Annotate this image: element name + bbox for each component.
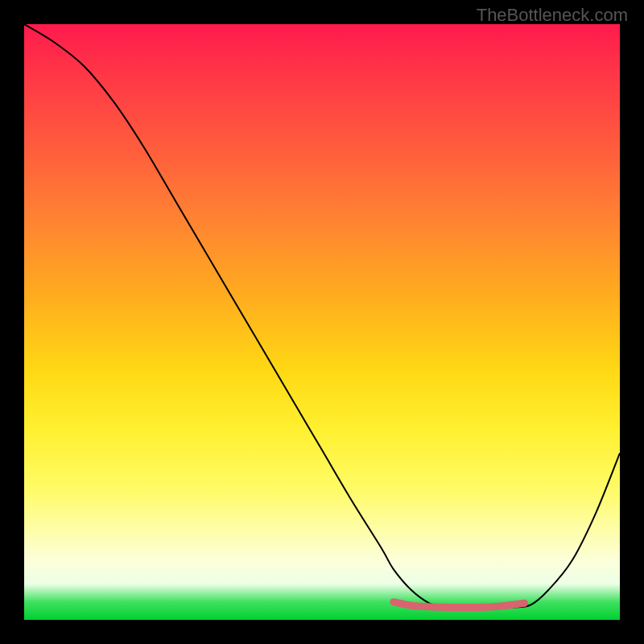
optimal-range-band [394, 602, 525, 608]
watermark-text: TheBottleneck.com [477, 5, 628, 26]
chart-svg [24, 24, 620, 620]
chart-container [24, 24, 620, 620]
bottleneck-curve [24, 24, 620, 608]
